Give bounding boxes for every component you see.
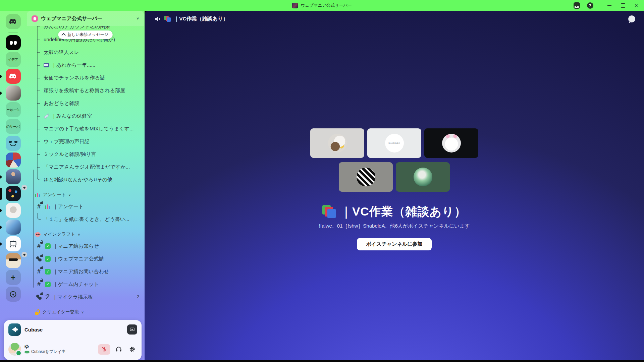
channel-otoiawase[interactable]: # ｜マニア鯖お問い合わせ	[26, 265, 145, 278]
maximize-button[interactable]	[619, 1, 627, 10]
thread-item[interactable]: ミックルと雑談/独り言	[26, 148, 145, 161]
new-unread-messages-pill[interactable]: 新しい未読メッセージ	[58, 31, 113, 39]
avatar	[414, 168, 432, 186]
thread-item[interactable]: 頑張りを投稿すると称賛される部屋	[26, 84, 145, 97]
help-button[interactable]: ?	[586, 1, 594, 10]
channel-list: みんなのアカウント名の由来 undefinedの日記(みたいな何か) 太鼓の達人…	[26, 26, 145, 317]
thread-item[interactable]: 「マニアさんラジオ配信まだですか...	[26, 161, 145, 173]
voice-hero: SHABELEA ｜VC作業（雑談あり） !falwe、01［!shw］Shab…	[145, 128, 644, 250]
unread-dot	[0, 209, 2, 212]
category-minecraft[interactable]: マインクラフト ∨	[26, 229, 145, 240]
film-frames-emoji	[44, 63, 49, 67]
server-icon-quotes[interactable]	[0, 35, 26, 50]
participant-tile[interactable]	[310, 128, 364, 158]
pixel-art-avatar	[6, 153, 21, 168]
channel-gamechat[interactable]: # ｜ゲーム内チャット	[26, 278, 145, 291]
thread-item[interactable]: ｜あれから一年......	[26, 59, 145, 71]
server-icon-red-discord[interactable]	[0, 69, 26, 84]
mic-muted-button[interactable]	[98, 344, 110, 355]
share-activity-button[interactable]	[127, 324, 137, 335]
chat-bubble-icon[interactable]	[628, 15, 635, 22]
close-button[interactable]: ×	[632, 1, 641, 10]
voice-connected-badge	[21, 252, 27, 257]
thread-item[interactable]: 「１こ」を紙に書くとき、どう書い...	[26, 213, 145, 226]
voice-connected-badge	[21, 185, 27, 190]
server-icon-anime-white[interactable]	[0, 203, 26, 218]
yus-server-avatar: 〜ゆー's	[6, 102, 21, 117]
hash-lock-icon: #	[35, 203, 43, 209]
thread-item[interactable]: 安価でチャンネルを作る話	[26, 71, 145, 84]
server-icon-idea[interactable]: イデア	[0, 52, 26, 67]
idea-server-avatar: イデア	[6, 52, 21, 67]
server-boost-badge	[32, 15, 38, 22]
check-mark-emoji	[45, 269, 51, 275]
participant-tile[interactable]	[396, 162, 450, 192]
channel-oshirase[interactable]: # ｜マニア鯖お知らせ	[26, 240, 145, 252]
join-voice-button[interactable]: ボイスチャンネルに参加	[357, 238, 431, 250]
thread-item[interactable]: 太鼓の達人スレ	[26, 46, 145, 59]
participant-tiles-row-1: SHABELEA	[310, 128, 478, 158]
thread-item[interactable]: あおどらと雑談	[26, 97, 145, 110]
server-icon-easel[interactable]	[0, 236, 26, 251]
username: ゆ	[24, 344, 95, 349]
bar-chart-emoji	[45, 204, 51, 209]
thread-branch	[35, 161, 41, 173]
plus-icon: +	[6, 270, 21, 285]
channel-koshikisaba[interactable]: ｜ウェブマニア公式鯖	[26, 252, 145, 265]
server-favicon	[292, 3, 298, 8]
help-icon: ?	[587, 2, 593, 9]
red-discord-avatar	[6, 69, 21, 84]
server-icon-suit-man[interactable]	[0, 169, 26, 184]
server-icon-anime-blue[interactable]	[0, 220, 26, 235]
thread-item[interactable]: マニアの下手な歌をMIXしてうまくす...	[26, 122, 145, 135]
participant-tile[interactable]	[424, 128, 478, 158]
server-icon-webmania-active[interactable]	[0, 186, 26, 201]
anime-blue-avatar	[6, 220, 21, 235]
settings-button[interactable]	[127, 344, 137, 355]
headphones-button[interactable]	[113, 344, 124, 355]
server-icon-sunglasses[interactable]	[0, 253, 26, 268]
server-icon-nosaba[interactable]: のサーバ	[0, 119, 26, 134]
category-creator[interactable]: クリエイター交流 ∨	[26, 307, 145, 317]
hash-lock-icon: #	[35, 243, 43, 249]
thread-item[interactable]: ゆと雑談∪なんかやろ∪その他	[26, 173, 145, 186]
thread-branch	[35, 135, 41, 148]
channel-list-scrollbar[interactable]	[33, 170, 34, 288]
teal-face-avatar	[6, 136, 21, 151]
app-body: イデア 〜ゆー's のサーバ	[0, 11, 644, 362]
unread-dot	[0, 75, 2, 78]
server-icon-yus[interactable]: 〜ゆー's	[0, 102, 26, 117]
hash-lock-icon: #	[35, 281, 43, 287]
server-icon-helmet-photo[interactable]	[0, 85, 26, 101]
avatar: SHABELEA	[385, 134, 404, 153]
minimize-button[interactable]	[605, 1, 614, 10]
home-button[interactable]	[0, 14, 26, 29]
channel-anketo[interactable]: # ｜アンケート	[26, 200, 145, 213]
rail-divider	[8, 32, 18, 33]
thread-item[interactable]: ウェブ完理の声日記	[26, 135, 145, 148]
discover-button[interactable]	[0, 287, 26, 302]
window-title: ウェブマニア公式サーバー	[301, 3, 352, 8]
bar-chart-emoji	[35, 192, 41, 197]
server-icon-pixel-art[interactable]	[0, 153, 26, 168]
participant-tile[interactable]: SHABELEA	[367, 128, 421, 158]
forum-lock-icon	[35, 256, 43, 261]
thread-branch	[35, 33, 41, 46]
category-anketo[interactable]: アンケート ∨	[26, 189, 145, 200]
chevron-down-icon: ∨	[68, 193, 71, 197]
server-header[interactable]: ウェブマニア公式サーバー ∨	[27, 11, 144, 26]
user-actions	[98, 344, 137, 355]
user-avatar[interactable]	[8, 343, 21, 356]
gear-icon	[129, 346, 136, 353]
thread-branch	[35, 71, 41, 84]
thread-branch	[35, 148, 41, 161]
server-icon-teal-face[interactable]	[0, 136, 26, 151]
channel-keijiban[interactable]: ｜マイクラ掲示板 2	[26, 291, 145, 303]
channel-title: ｜VC作業（雑談あり）	[174, 15, 228, 22]
inbox-button[interactable]	[572, 1, 581, 10]
thread-item[interactable]: ｜みんなの保健室	[26, 110, 145, 122]
user-row: ゆ Cubaseをプレイ中	[4, 339, 142, 359]
add-server-button[interactable]: +	[0, 270, 26, 285]
participant-tile[interactable]	[339, 162, 393, 192]
chevron-down-icon: ∨	[78, 233, 80, 236]
